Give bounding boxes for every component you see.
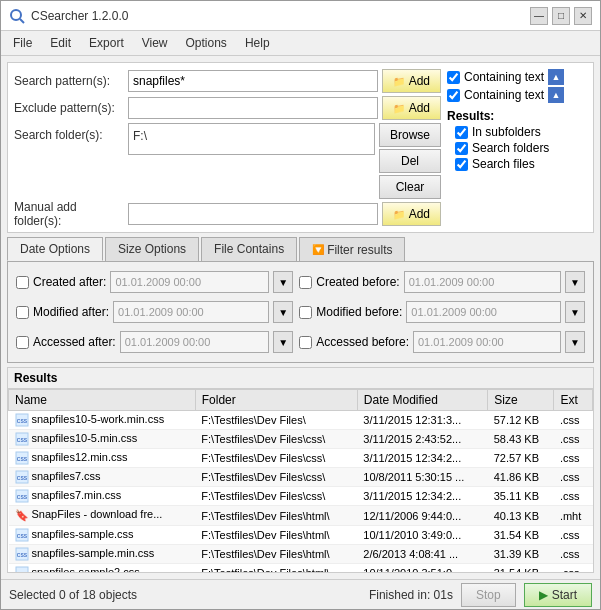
minimize-button[interactable]: —: [530, 7, 548, 25]
exclude-pattern-add-button[interactable]: 📁 Add: [382, 96, 441, 120]
close-button[interactable]: ✕: [574, 7, 592, 25]
accessed-after-checkbox[interactable]: [16, 336, 29, 349]
cell-ext: .css: [554, 449, 593, 468]
table-row[interactable]: CSSsnapfiles12.min.cssF:\Testfiles\Dev F…: [9, 449, 593, 468]
svg-text:CSS: CSS: [16, 494, 27, 500]
results-header: Results: [8, 368, 593, 389]
search-files-row: Search files: [455, 157, 587, 171]
modified-before-picker[interactable]: ▼: [565, 301, 585, 323]
col-size[interactable]: Size: [488, 390, 554, 411]
cell-ext: .mht: [554, 506, 593, 525]
containing-text-2-row: Containing text ▲: [447, 87, 587, 103]
table-row[interactable]: CSSsnapfiles-sample2.cssF:\Testfiles\Dev…: [9, 563, 593, 572]
tab-file-contains[interactable]: File Contains: [201, 237, 297, 261]
table-row[interactable]: CSSsnapfiles7.cssF:\Testfiles\Dev Files\…: [9, 468, 593, 487]
created-after-checkbox[interactable]: [16, 276, 29, 289]
add-icon-1: 📁: [393, 76, 405, 87]
menu-options[interactable]: Options: [178, 33, 235, 53]
search-folders-checkbox[interactable]: [455, 142, 468, 155]
search-files-label: Search files: [472, 157, 535, 171]
manual-folder-add-button[interactable]: 📁 Add: [382, 202, 441, 226]
containing-text-2-label: Containing text: [464, 88, 544, 102]
clear-button[interactable]: Clear: [379, 175, 441, 199]
stop-button[interactable]: Stop: [461, 583, 516, 607]
accessed-before-checkbox[interactable]: [299, 336, 312, 349]
table-row[interactable]: CSSsnapfiles7.min.cssF:\Testfiles\Dev Fi…: [9, 487, 593, 506]
search-pattern-add-button[interactable]: 📁 Add: [382, 69, 441, 93]
table-row[interactable]: CSSsnapfiles10-5-work.min.cssF:\Testfile…: [9, 411, 593, 430]
modified-after-picker[interactable]: ▼: [273, 301, 293, 323]
up-arrow-1[interactable]: ▲: [548, 69, 564, 85]
created-before-input[interactable]: [404, 271, 561, 293]
accessed-before-picker[interactable]: ▼: [565, 331, 585, 353]
search-pattern-input[interactable]: [128, 70, 378, 92]
browse-button[interactable]: Browse: [379, 123, 441, 147]
search-folders-row: Search folders: [455, 141, 587, 155]
start-button[interactable]: ▶ Start: [524, 583, 592, 607]
cell-date: 10/11/2010 3:51:0...: [357, 563, 487, 572]
cell-folder: F:\Testfiles\Dev Files\html\: [195, 525, 357, 544]
main-content: Search pattern(s): 📁 Add Exclude pattern…: [1, 56, 600, 579]
modified-before-input[interactable]: [406, 301, 561, 323]
maximize-button[interactable]: □: [552, 7, 570, 25]
table-row[interactable]: CSSsnapfiles-sample.min.cssF:\Testfiles\…: [9, 544, 593, 563]
containing-text-1-checkbox[interactable]: [447, 71, 460, 84]
created-before-checkbox[interactable]: [299, 276, 312, 289]
tab-size-options[interactable]: Size Options: [105, 237, 199, 261]
col-date[interactable]: Date Modified: [357, 390, 487, 411]
created-after-input[interactable]: [110, 271, 269, 293]
menu-edit[interactable]: Edit: [42, 33, 79, 53]
containing-text-1-row: Containing text ▲: [447, 69, 587, 85]
selected-count: Selected 0 of 18 objects: [9, 588, 137, 602]
menu-help[interactable]: Help: [237, 33, 278, 53]
file-type-icon: CSS: [15, 432, 29, 446]
cell-name: CSSsnapfiles-sample.min.css: [9, 544, 196, 563]
modified-after-checkbox[interactable]: [16, 306, 29, 319]
accessed-before-input[interactable]: [413, 331, 561, 353]
search-folders-label: Search folders: [472, 141, 549, 155]
menu-file[interactable]: File: [5, 33, 40, 53]
tab-filter-results[interactable]: 🔽 Filter results: [299, 237, 405, 261]
cell-folder: F:\Testfiles\Dev Files\html\: [195, 563, 357, 572]
up-arrow-2[interactable]: ▲: [548, 87, 564, 103]
menu-export[interactable]: Export: [81, 33, 132, 53]
manual-folder-input[interactable]: [128, 203, 378, 225]
svg-text:CSS: CSS: [16, 533, 27, 539]
menu-view[interactable]: View: [134, 33, 176, 53]
cell-ext: .css: [554, 544, 593, 563]
finished-text: Finished in: 01s: [369, 588, 453, 602]
tabs-section: Date Options Size Options File Contains …: [7, 237, 594, 363]
exclude-pattern-input[interactable]: [128, 97, 378, 119]
containing-text-2-checkbox[interactable]: [447, 89, 460, 102]
accessed-after-input[interactable]: [120, 331, 270, 353]
created-before-picker[interactable]: ▼: [565, 271, 585, 293]
del-button[interactable]: Del: [379, 149, 441, 173]
cell-size: 31.39 KB: [488, 544, 554, 563]
cell-date: 3/11/2015 2:43:52...: [357, 430, 487, 449]
file-type-icon: CSS: [15, 413, 29, 427]
in-subfolders-checkbox[interactable]: [455, 126, 468, 139]
main-window: CSearcher 1.2.0.0 — □ ✕ File Edit Export…: [0, 0, 601, 610]
manual-folder-label: Manual add folder(s):: [14, 200, 124, 228]
table-row[interactable]: 🔖SnapFiles - download fre...F:\Testfiles…: [9, 506, 593, 525]
cell-size: 57.12 KB: [488, 411, 554, 430]
created-after-picker[interactable]: ▼: [273, 271, 293, 293]
file-type-icon: CSS: [15, 528, 29, 542]
results-table[interactable]: Name Folder Date Modified Size Ext CSSsn…: [8, 389, 593, 572]
svg-text:CSS: CSS: [16, 456, 27, 462]
window-title: CSearcher 1.2.0.0: [31, 9, 128, 23]
table-row[interactable]: CSSsnapfiles10-5.min.cssF:\Testfiles\Dev…: [9, 430, 593, 449]
status-bar: Selected 0 of 18 objects Finished in: 01…: [1, 579, 600, 609]
col-name[interactable]: Name: [9, 390, 196, 411]
search-files-checkbox[interactable]: [455, 158, 468, 171]
modified-after-label: Modified after:: [33, 305, 109, 319]
col-folder[interactable]: Folder: [195, 390, 357, 411]
in-subfolders-label: In subfolders: [472, 125, 541, 139]
col-ext[interactable]: Ext: [554, 390, 593, 411]
table-row[interactable]: CSSsnapfiles-sample.cssF:\Testfiles\Dev …: [9, 525, 593, 544]
modified-before-checkbox[interactable]: [299, 306, 312, 319]
accessed-after-picker[interactable]: ▼: [273, 331, 293, 353]
tab-date-options[interactable]: Date Options: [7, 237, 103, 261]
cell-size: 72.57 KB: [488, 449, 554, 468]
modified-after-input[interactable]: [113, 301, 269, 323]
